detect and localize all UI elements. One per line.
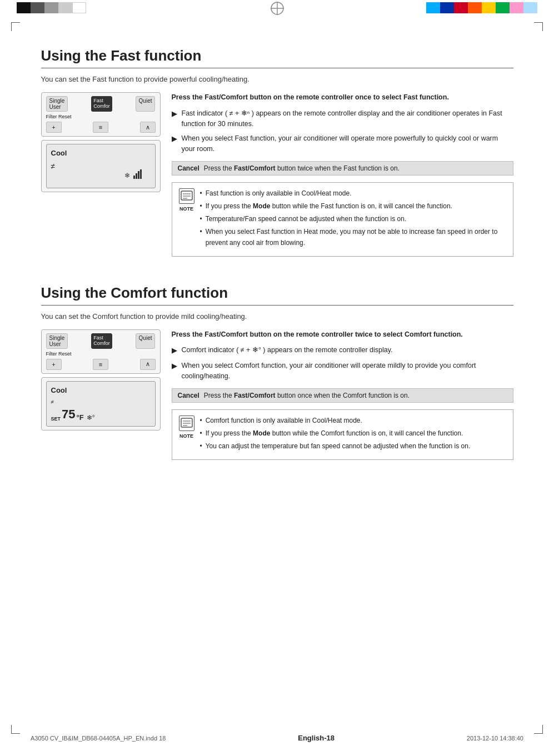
left-color-swatches xyxy=(17,2,86,13)
footer-left: A3050 CV_IB&IM_DB68-04405A_HP_EN.indd 18 xyxy=(31,735,166,742)
section2-quiet-btn[interactable]: Quiet xyxy=(136,333,156,349)
section1-note-item-1: • Fast function is only available in Coo… xyxy=(200,188,506,199)
section2-note-bullet-3: • xyxy=(200,441,202,452)
note-bullet-1: • xyxy=(200,188,202,199)
section2-menu-btn[interactable]: ≡ xyxy=(93,359,108,370)
section1-note-box: NOTE • Fast function is only available i… xyxy=(172,182,513,257)
right-color-swatches xyxy=(426,2,537,13)
section1-bullet-1-text: Fast indicator ( ≠ + ❄ⁿ ) appears on the… xyxy=(182,108,513,129)
section2-set-row: ≠ xyxy=(51,399,151,405)
section1-cool-text: Cool xyxy=(51,149,151,157)
footer: A3050 CV_IB&IM_DB68-04405A_HP_EN.indd 18… xyxy=(0,734,554,742)
section2-note-item-1: • Comfort function is only available in … xyxy=(200,415,506,426)
section2-cool-text: Cool xyxy=(51,386,151,394)
section2-display-panel: Cool ≠ SET 75 °F ❄° xyxy=(41,377,161,430)
section2-display: Cool ≠ SET 75 °F ❄° xyxy=(46,381,156,427)
top-color-strip xyxy=(0,0,554,17)
fast-comfort-btn[interactable]: FastComfor xyxy=(91,96,112,112)
section1-instructions: Press the Fast/Comfort button on the rem… xyxy=(172,92,513,257)
svg-text:❄: ❄ xyxy=(124,172,130,179)
corner-mark-tl xyxy=(11,22,20,31)
section2-note-box: NOTE • Comfort function is only availabl… xyxy=(172,409,513,460)
svg-rect-4 xyxy=(133,176,135,179)
section2-note-item-2: • If you press the Mode button while the… xyxy=(200,428,506,439)
section1-note-text-3: Temperature/Fan speed cannot be adjusted… xyxy=(206,214,407,224)
swatch-light-blue xyxy=(523,2,537,13)
swatch-blue xyxy=(426,2,440,13)
section2-bullet-2-text: When you select Comfort function, your a… xyxy=(182,361,513,382)
section2-remote-controls: + ≡ ∧ xyxy=(46,359,156,370)
bullet-arrow-1: ▶ xyxy=(172,109,177,129)
section2-up-btn[interactable]: ∧ xyxy=(140,359,156,370)
section2-note-content: • Comfort function is only available in … xyxy=(200,415,506,454)
swatch-orange xyxy=(468,2,482,13)
section1-display-panel: Cool ≠ ❄ xyxy=(41,140,161,192)
section2-bullet-1: ▶ Comfort indicator ( ≠ + ❄° ) appears o… xyxy=(172,345,513,356)
swatch-pink xyxy=(510,2,523,13)
section2-comfort-icon: ❄° xyxy=(87,414,95,422)
section2-plus-btn[interactable]: + xyxy=(46,359,62,370)
section1-bullet-1: ▶ Fast indicator ( ≠ + ❄ⁿ ) appears on t… xyxy=(172,108,513,129)
section1-bullet-2: ▶ When you select Fast function, your ai… xyxy=(172,133,513,154)
section2-instructions: Press the Fast/Comfort button on the rem… xyxy=(172,329,513,460)
section2-subtitle: You can set the Comfort function to prov… xyxy=(41,312,513,321)
quiet-btn[interactable]: Quiet xyxy=(136,96,156,112)
section2-bullet-1-text: Comfort indicator ( ≠ + ❄° ) appears on … xyxy=(182,345,393,356)
section1-remote-top: SingleUser FastComfor Quiet Filter Reset… xyxy=(41,92,161,137)
section2-filter-reset-label: Filter Reset xyxy=(46,351,156,357)
swatch-white xyxy=(72,2,86,13)
section2-note-item-3: • You can adjust the temperature but fan… xyxy=(200,441,506,452)
note-bullet-3: • xyxy=(200,214,202,224)
section1-note-label: NOTE xyxy=(179,205,194,213)
svg-rect-12 xyxy=(181,418,192,427)
section1-note-text-1: Fast function is only available in Cool/… xyxy=(206,188,352,199)
section1-note-text-2: If you press the Mode button while the F… xyxy=(206,201,452,212)
corner-mark-tr xyxy=(534,22,543,31)
main-content: Using the Fast function You can set the … xyxy=(11,17,544,513)
swatch-light-gray xyxy=(58,2,72,13)
section1-remote-images: SingleUser FastComfor Quiet Filter Reset… xyxy=(41,92,161,192)
svg-rect-8 xyxy=(181,191,192,200)
section1-note-item-3: • Temperature/Fan speed cannot be adjust… xyxy=(200,214,506,224)
plus-btn[interactable]: + xyxy=(46,122,62,133)
up-btn[interactable]: ∧ xyxy=(140,122,156,133)
section2-title: Using the Comfort function xyxy=(41,284,513,306)
section-fast-function: Using the Fast function You can set the … xyxy=(41,47,513,257)
swatch-dark-red xyxy=(454,2,468,13)
note-bullet-4: • xyxy=(200,227,202,248)
section2-fast-comfort-btn[interactable]: FastComfor ✓ xyxy=(91,333,112,349)
note-bullet-2: • xyxy=(200,201,202,212)
corner-mark-br xyxy=(534,725,543,734)
section1-note-content: • Fast function is only available in Coo… xyxy=(200,188,506,251)
svg-rect-7 xyxy=(140,169,142,179)
footer-center: English-18 xyxy=(298,734,335,742)
section2-content-row: SingleUser FastComfor ✓ Quiet Filter Res… xyxy=(41,329,513,460)
section2-temp-value: 75 xyxy=(62,407,75,422)
section2-note-text-3: You can adjust the temperature but fan s… xyxy=(206,441,471,452)
swatch-dark-blue xyxy=(440,2,454,13)
remote-controls: + ≡ ∧ xyxy=(46,122,156,133)
section2-note-bullet-1: • xyxy=(200,415,202,426)
svg-rect-5 xyxy=(136,173,137,179)
section2-remote-buttons-row: SingleUser FastComfor ✓ Quiet xyxy=(46,333,156,349)
section2-temp-row: SET 75 °F ❄° xyxy=(51,405,151,422)
section1-bullet-2-text: When you select Fast function, your air … xyxy=(182,133,513,154)
menu-btn[interactable]: ≡ xyxy=(93,122,108,133)
single-user-btn[interactable]: SingleUser xyxy=(46,96,68,112)
section2-note-text-1: Comfort function is only available in Co… xyxy=(206,415,362,426)
section2-note-bullet-2: • xyxy=(200,428,202,439)
section2-single-user-btn[interactable]: SingleUser xyxy=(46,333,68,349)
section2-cancel-text: Press the Fast/Comfort button once when … xyxy=(204,392,410,399)
section1-note-item-2: • If you press the Mode button while the… xyxy=(200,201,506,212)
section2-cancel-label: Cancel xyxy=(178,392,199,399)
swatch-green xyxy=(496,2,510,13)
section1-title: Using the Fast function xyxy=(41,47,513,68)
section2-remote-top: SingleUser FastComfor ✓ Quiet Filter Res… xyxy=(41,329,161,374)
section1-cancel-text: Press the Fast/Comfort button twice when… xyxy=(204,164,400,172)
section1-fan-icon: ❄ xyxy=(124,168,149,183)
swatch-mid-gray xyxy=(44,2,58,13)
section1-remote-buttons-row: SingleUser FastComfor Quiet xyxy=(46,96,156,112)
svg-rect-6 xyxy=(138,171,139,179)
corner-mark-bl xyxy=(11,725,20,734)
section2-bullet-arrow-1: ▶ xyxy=(172,346,177,356)
